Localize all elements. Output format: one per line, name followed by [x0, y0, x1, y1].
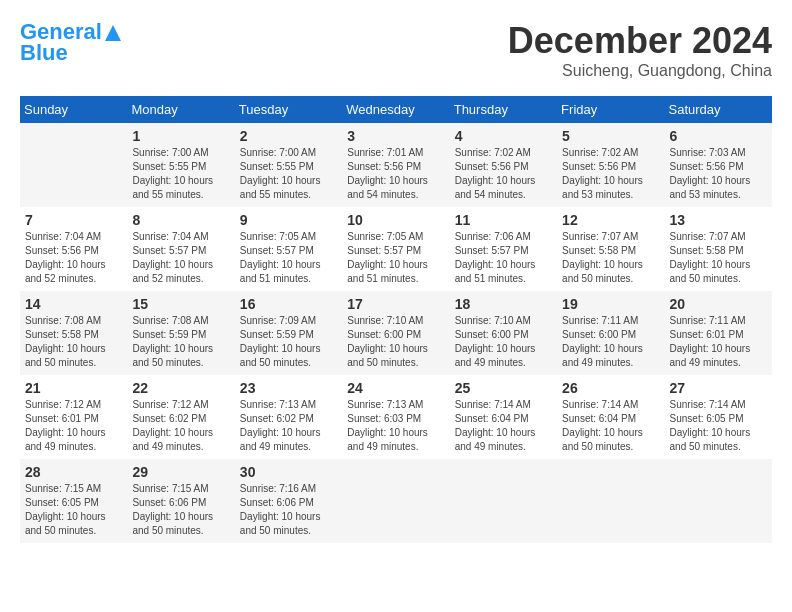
daylight-text: Daylight: 10 hours and 49 minutes.: [347, 427, 428, 452]
sunset-text: Sunset: 6:03 PM: [347, 413, 421, 424]
title-block: December 2024 Suicheng, Guangdong, China: [508, 20, 772, 80]
sunrise-text: Sunrise: 7:02 AM: [455, 147, 531, 158]
daylight-text: Daylight: 10 hours and 50 minutes.: [347, 343, 428, 368]
day-number: 9: [240, 212, 337, 228]
sunrise-text: Sunrise: 7:06 AM: [455, 231, 531, 242]
daylight-text: Daylight: 10 hours and 49 minutes.: [132, 427, 213, 452]
sunset-text: Sunset: 6:05 PM: [670, 413, 744, 424]
sunrise-text: Sunrise: 7:15 AM: [132, 483, 208, 494]
sunset-text: Sunset: 6:01 PM: [670, 329, 744, 340]
table-row: 14 Sunrise: 7:08 AM Sunset: 5:58 PM Dayl…: [20, 291, 127, 375]
sunrise-text: Sunrise: 7:14 AM: [562, 399, 638, 410]
daylight-text: Daylight: 10 hours and 49 minutes.: [562, 343, 643, 368]
day-number: 23: [240, 380, 337, 396]
daylight-text: Daylight: 10 hours and 49 minutes.: [25, 427, 106, 452]
sunrise-text: Sunrise: 7:13 AM: [240, 399, 316, 410]
sunrise-text: Sunrise: 7:16 AM: [240, 483, 316, 494]
sunrise-text: Sunrise: 7:03 AM: [670, 147, 746, 158]
sunrise-text: Sunrise: 7:08 AM: [132, 315, 208, 326]
calendar-row: 21 Sunrise: 7:12 AM Sunset: 6:01 PM Dayl…: [20, 375, 772, 459]
day-number: 2: [240, 128, 337, 144]
calendar-row: 7 Sunrise: 7:04 AM Sunset: 5:56 PM Dayli…: [20, 207, 772, 291]
logo: General Blue: [20, 20, 122, 66]
daylight-text: Daylight: 10 hours and 50 minutes.: [670, 427, 751, 452]
location-subtitle: Suicheng, Guangdong, China: [508, 62, 772, 80]
sunset-text: Sunset: 5:56 PM: [25, 245, 99, 256]
daylight-text: Daylight: 10 hours and 50 minutes.: [240, 343, 321, 368]
daylight-text: Daylight: 10 hours and 55 minutes.: [240, 175, 321, 200]
daylight-text: Daylight: 10 hours and 50 minutes.: [240, 511, 321, 536]
day-number: 26: [562, 380, 659, 396]
table-row: 26 Sunrise: 7:14 AM Sunset: 6:04 PM Dayl…: [557, 375, 664, 459]
sunset-text: Sunset: 5:59 PM: [132, 329, 206, 340]
calendar-row: 14 Sunrise: 7:08 AM Sunset: 5:58 PM Dayl…: [20, 291, 772, 375]
table-row: [665, 459, 772, 543]
sunrise-text: Sunrise: 7:05 AM: [347, 231, 423, 242]
table-row: 27 Sunrise: 7:14 AM Sunset: 6:05 PM Dayl…: [665, 375, 772, 459]
day-number: 22: [132, 380, 229, 396]
day-number: 1: [132, 128, 229, 144]
sunrise-text: Sunrise: 7:00 AM: [132, 147, 208, 158]
sunrise-text: Sunrise: 7:07 AM: [562, 231, 638, 242]
daylight-text: Daylight: 10 hours and 55 minutes.: [132, 175, 213, 200]
table-row: 28 Sunrise: 7:15 AM Sunset: 6:05 PM Dayl…: [20, 459, 127, 543]
sunrise-text: Sunrise: 7:10 AM: [455, 315, 531, 326]
sunset-text: Sunset: 6:00 PM: [455, 329, 529, 340]
table-row: 30 Sunrise: 7:16 AM Sunset: 6:06 PM Dayl…: [235, 459, 342, 543]
sunrise-text: Sunrise: 7:07 AM: [670, 231, 746, 242]
daylight-text: Daylight: 10 hours and 49 minutes.: [670, 343, 751, 368]
sunset-text: Sunset: 5:55 PM: [240, 161, 314, 172]
page-header: General Blue December 2024 Suicheng, Gua…: [20, 20, 772, 80]
day-number: 19: [562, 296, 659, 312]
month-title: December 2024: [508, 20, 772, 62]
sunset-text: Sunset: 5:56 PM: [347, 161, 421, 172]
day-number: 7: [25, 212, 122, 228]
day-number: 15: [132, 296, 229, 312]
day-number: 27: [670, 380, 767, 396]
day-number: 11: [455, 212, 552, 228]
day-number: 14: [25, 296, 122, 312]
daylight-text: Daylight: 10 hours and 50 minutes.: [132, 511, 213, 536]
day-number: 25: [455, 380, 552, 396]
calendar-table: Sunday Monday Tuesday Wednesday Thursday…: [20, 96, 772, 543]
table-row: 21 Sunrise: 7:12 AM Sunset: 6:01 PM Dayl…: [20, 375, 127, 459]
sunrise-text: Sunrise: 7:00 AM: [240, 147, 316, 158]
header-monday: Monday: [127, 96, 234, 123]
table-row: 11 Sunrise: 7:06 AM Sunset: 5:57 PM Dayl…: [450, 207, 557, 291]
sunset-text: Sunset: 5:57 PM: [455, 245, 529, 256]
table-row: [20, 123, 127, 207]
sunset-text: Sunset: 6:00 PM: [562, 329, 636, 340]
daylight-text: Daylight: 10 hours and 50 minutes.: [562, 259, 643, 284]
table-row: 1 Sunrise: 7:00 AM Sunset: 5:55 PM Dayli…: [127, 123, 234, 207]
table-row: 29 Sunrise: 7:15 AM Sunset: 6:06 PM Dayl…: [127, 459, 234, 543]
day-number: 29: [132, 464, 229, 480]
sunset-text: Sunset: 5:57 PM: [347, 245, 421, 256]
svg-marker-0: [105, 25, 121, 41]
sunset-text: Sunset: 6:05 PM: [25, 497, 99, 508]
sunrise-text: Sunrise: 7:12 AM: [25, 399, 101, 410]
daylight-text: Daylight: 10 hours and 50 minutes.: [132, 343, 213, 368]
sunset-text: Sunset: 5:55 PM: [132, 161, 206, 172]
sunrise-text: Sunrise: 7:04 AM: [132, 231, 208, 242]
sunset-text: Sunset: 6:00 PM: [347, 329, 421, 340]
day-number: 3: [347, 128, 444, 144]
sunrise-text: Sunrise: 7:12 AM: [132, 399, 208, 410]
daylight-text: Daylight: 10 hours and 51 minutes.: [455, 259, 536, 284]
calendar-row: 28 Sunrise: 7:15 AM Sunset: 6:05 PM Dayl…: [20, 459, 772, 543]
table-row: 9 Sunrise: 7:05 AM Sunset: 5:57 PM Dayli…: [235, 207, 342, 291]
daylight-text: Daylight: 10 hours and 51 minutes.: [347, 259, 428, 284]
table-row: 8 Sunrise: 7:04 AM Sunset: 5:57 PM Dayli…: [127, 207, 234, 291]
header-wednesday: Wednesday: [342, 96, 449, 123]
sunrise-text: Sunrise: 7:11 AM: [562, 315, 638, 326]
sunrise-text: Sunrise: 7:13 AM: [347, 399, 423, 410]
table-row: 10 Sunrise: 7:05 AM Sunset: 5:57 PM Dayl…: [342, 207, 449, 291]
table-row: 6 Sunrise: 7:03 AM Sunset: 5:56 PM Dayli…: [665, 123, 772, 207]
day-number: 13: [670, 212, 767, 228]
sunset-text: Sunset: 6:06 PM: [240, 497, 314, 508]
sunset-text: Sunset: 5:56 PM: [562, 161, 636, 172]
sunset-text: Sunset: 5:58 PM: [25, 329, 99, 340]
sunset-text: Sunset: 5:56 PM: [455, 161, 529, 172]
daylight-text: Daylight: 10 hours and 54 minutes.: [347, 175, 428, 200]
day-number: 16: [240, 296, 337, 312]
header-friday: Friday: [557, 96, 664, 123]
